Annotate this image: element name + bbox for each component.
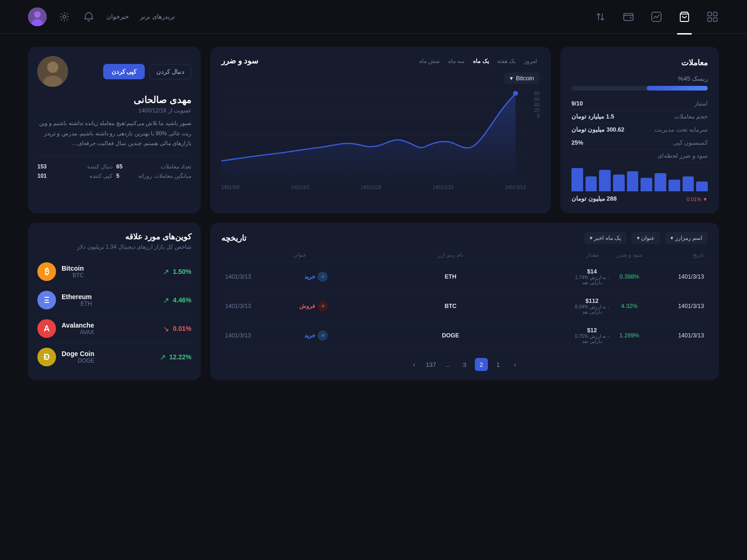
risk-bar-fill	[647, 86, 708, 91]
col-date: تاریخ	[648, 252, 704, 258]
page-last[interactable]: 137	[424, 358, 437, 371]
stat-daily: میانگین معاملات روزانه 5	[116, 173, 191, 179]
tab-3month[interactable]: سه ماه	[445, 56, 467, 66]
profile-stat-group-right: دنبال کننده 153 کپی کننده 101	[37, 163, 113, 179]
tab-week[interactable]: یک هفته	[494, 56, 518, 66]
coin-eth-left: Ethereum ETH Ξ	[37, 291, 92, 309]
profile-top: دنبال کردن کپی کردن	[37, 56, 191, 87]
doge-name: Doge Coin	[62, 350, 94, 357]
col-type: عنوان	[272, 252, 328, 258]
avax-change: 0.01%	[173, 325, 191, 332]
btc-change: 1.50%	[173, 268, 191, 275]
stat-pnl-label: سود و ضرر لحظه‌ای	[657, 152, 708, 159]
svg-text:↺: ↺	[321, 275, 324, 279]
col-amount: مقدار	[573, 252, 611, 258]
filter-coin[interactable]: اسم رمزارز ▾	[665, 232, 708, 244]
y-label-20: 20	[526, 107, 540, 113]
tab-today[interactable]: امروز	[521, 56, 540, 66]
coin-row-doge[interactable]: 12.22% ↗ Doge Coin DOGE Ð	[37, 343, 191, 371]
mini-bar	[655, 173, 666, 191]
btc-info: Bitcoin BTC	[62, 265, 84, 279]
page-3[interactable]: 3	[458, 358, 471, 371]
pnl-change: ▼ 0.01%	[687, 196, 708, 202]
profit-row: ▼ 0.01% 288 میلیون تومان	[571, 195, 708, 202]
daily-value: 5	[116, 173, 120, 179]
history-header: اسم رمزارز ▾ عنوان ▾ یک ماه اخیر ▾ تاریخ…	[221, 232, 708, 244]
stat-pnl: سود و ضرر لحظه‌ای	[571, 149, 708, 162]
page-next[interactable]: ›	[408, 358, 421, 371]
row3-pnl: 1.289%	[611, 332, 648, 339]
y-label-0: 0	[526, 113, 540, 119]
table-row: 1401/3/13 1.289% $12 - به ارزش %0.75 دار…	[221, 321, 708, 350]
coin-doge-right: 12.22% ↗	[160, 353, 191, 362]
tab-month[interactable]: یک ماه	[470, 56, 491, 66]
trades-label: تعداد معاملات	[161, 163, 191, 170]
chart-header: امروز یک هفته یک ماه سه ماه شش ماه سود و…	[221, 56, 540, 66]
nav-icon-chart[interactable]	[650, 10, 663, 23]
nav-icon-arrows[interactable]	[594, 10, 607, 23]
row3-type-label: خرید	[304, 332, 315, 339]
profile-card: دنبال کردن کپی کردن مهدی صالحانی عضویت ا…	[28, 47, 201, 213]
trades-title: معاملات	[571, 58, 708, 68]
coin-selector[interactable]: Bitcoin ▾	[504, 72, 540, 84]
filter-period[interactable]: یک ماه اخیر ▾	[584, 232, 627, 244]
profile-stats: تعداد معاملات 65 میانگین معاملات روزانه …	[37, 163, 191, 179]
nav-icon-wallet[interactable]	[622, 10, 635, 23]
chart-svg-container	[221, 89, 526, 182]
svg-rect-2	[708, 18, 712, 21]
svg-point-17	[513, 91, 518, 96]
col-action	[225, 252, 272, 258]
page-2[interactable]: 2	[475, 358, 488, 371]
history-card: اسم رمزارز ▾ عنوان ▾ یک ماه اخیر ▾ تاریخ…	[210, 223, 719, 380]
page-1[interactable]: 1	[492, 358, 505, 371]
nav-settings-icon[interactable]	[58, 10, 71, 23]
avax-symbol: AVAX	[62, 329, 94, 336]
row3-date2: 1401/3/13	[225, 332, 272, 339]
profile-name: مهدی صالحانی	[37, 94, 191, 105]
mini-bar	[599, 170, 611, 191]
stat-score: امتیاز 9/10	[571, 97, 708, 110]
doge-change: 12.22%	[169, 353, 191, 361]
follow-button[interactable]: کپی کردن	[103, 64, 145, 79]
avax-char: A	[44, 324, 50, 334]
eth-icon: Ξ	[37, 291, 56, 309]
coin-selector-label: Bitcoin	[516, 75, 534, 82]
doge-symbol: DOGE	[62, 357, 94, 364]
stat-volume: حجم معاملات 1.5 میلیارد تومان	[571, 110, 708, 123]
coin-btc-right: 1.50% ↗	[163, 267, 191, 276]
user-avatar[interactable]	[28, 7, 47, 26]
doge-info: Doge Coin DOGE	[62, 350, 94, 364]
nav-icon-cart[interactable]	[678, 10, 691, 23]
mini-bar	[627, 171, 639, 191]
btc-char: ₿	[45, 267, 49, 277]
buy-icon: ↺	[317, 272, 328, 282]
coin-row-avax[interactable]: 0.01% ↘ Avalanche AVAX A	[37, 315, 191, 343]
coin-avax-right: 0.01% ↘	[163, 324, 191, 333]
tab-6month[interactable]: شش ماه	[416, 56, 443, 66]
coin-row-eth[interactable]: 4.46% ↗ Ethereum ETH Ξ	[37, 286, 191, 315]
row2-coin: BTC	[328, 303, 573, 309]
profile-date: عضویت از 1400/12/16	[37, 107, 191, 114]
nav-left	[594, 10, 719, 23]
nav-link-news[interactable]: خبرخوان	[106, 13, 129, 20]
row3-amount: $12 - به ارزش %0.75 دارایی نقد	[573, 327, 611, 344]
coins-subtitle: شاخص کل بازار ارزهای دیجیتال 1.34 تریلیو…	[37, 244, 191, 250]
nav-link-top-traders[interactable]: تریدرهای برتر	[140, 13, 175, 20]
page-prev[interactable]: ‹	[508, 358, 521, 371]
copiers-value: 101	[37, 173, 47, 179]
stat-commission-value: 25%	[571, 140, 583, 146]
eth-change: 4.46%	[173, 296, 191, 304]
filter-title[interactable]: عنوان ▾	[631, 232, 660, 244]
copy-button[interactable]: دنبال کردن	[149, 64, 191, 79]
coin-row-btc[interactable]: 1.50% ↗ Bitcoin BTC ₿	[37, 258, 191, 286]
row1-pnl: 0.398%	[611, 273, 648, 280]
x-label-4: 1401/3/3	[291, 185, 309, 190]
row2-amount: $112 - به ارزش %8.94 دارایی نقد	[573, 298, 611, 315]
svg-rect-3	[713, 18, 717, 21]
mini-bar	[669, 180, 680, 191]
mini-bar	[641, 178, 652, 191]
daily-label: میانگین معاملات روزانه	[138, 173, 191, 179]
doge-char: Ð	[44, 352, 50, 362]
nav-icon-grid[interactable]	[706, 10, 719, 23]
nav-bell-icon[interactable]	[82, 10, 95, 23]
